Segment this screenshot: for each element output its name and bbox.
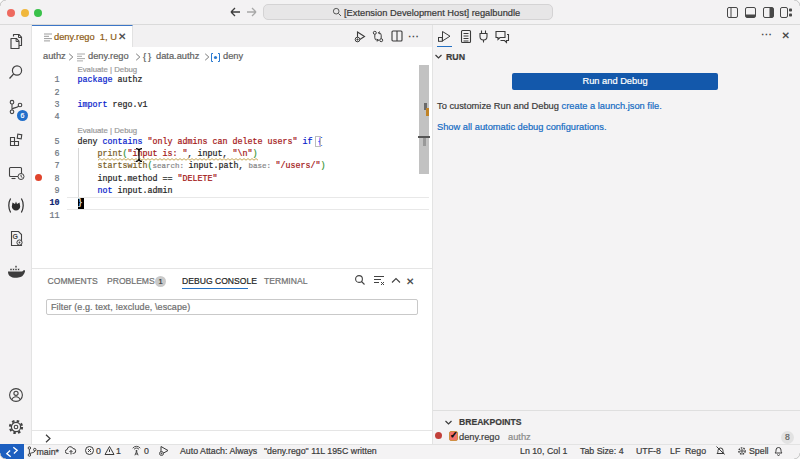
svg-text:G: G (13, 233, 19, 240)
